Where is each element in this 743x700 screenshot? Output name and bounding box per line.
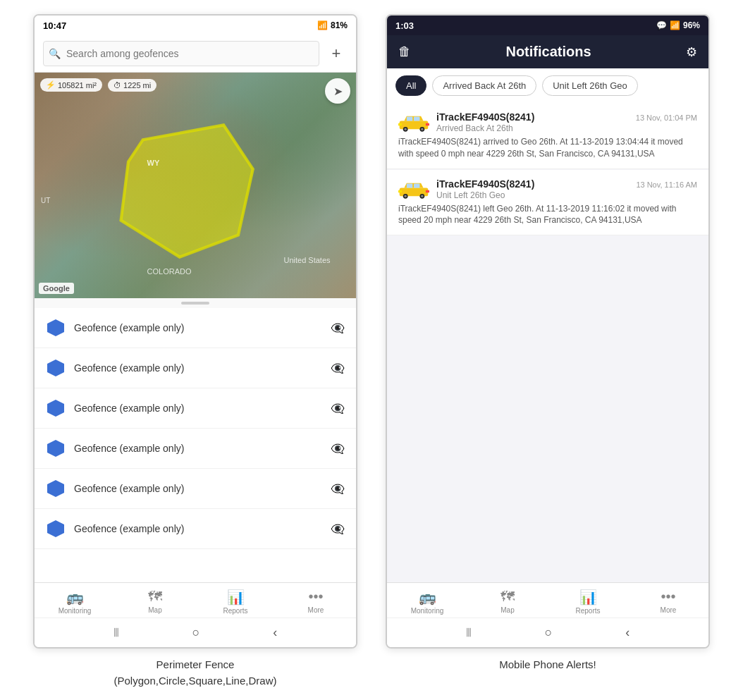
svg-rect-25 — [398, 190, 402, 192]
geofence-item[interactable]: Geofence (example only) 👁‍🗨 — [35, 308, 356, 348]
geofence-shape-icon — [46, 358, 66, 378]
nav-reports[interactable]: 📊 Reports — [195, 589, 276, 615]
svg-point-13 — [404, 128, 406, 130]
svg-marker-0 — [121, 125, 253, 257]
svg-rect-15 — [398, 123, 402, 125]
android-back-btn[interactable]: ‹ — [273, 625, 277, 640]
right-android-home-btn[interactable]: ○ — [545, 625, 553, 640]
svg-point-23 — [404, 195, 406, 197]
geofence-shape-icon — [46, 479, 66, 498]
svg-rect-9 — [407, 117, 412, 121]
visibility-icon[interactable]: 👁‍🗨 — [331, 402, 345, 415]
map-stats: ⚡105821 mi² ⏱1225 mi — [40, 78, 156, 92]
geofence-label: Geofence (example only) — [74, 362, 322, 374]
geofence-item[interactable]: Geofence (example only) 👁‍🗨 — [35, 469, 356, 509]
left-status-bar: 10:47 📶 81% — [35, 16, 356, 35]
right-nav-monitoring[interactable]: 🚌 Monitoring — [387, 589, 467, 615]
search-input[interactable] — [43, 41, 319, 66]
right-status-bar: 1:03 💬 📶 96% — [387, 16, 708, 35]
right-wifi-icon: 📶 — [670, 20, 680, 30]
reports-label: Reports — [223, 607, 247, 615]
right-reports-label: Reports — [575, 607, 600, 615]
filter-tab-1[interactable]: Arrived Back At 26th — [432, 75, 536, 96]
delete-button[interactable]: 🗑 — [398, 44, 411, 59]
svg-rect-20 — [414, 183, 419, 188]
compass-button[interactable]: ➤ — [325, 78, 350, 104]
notification-card-header: iTrackEF4940S(8241) 13 Nov, 01:04 PM Arr… — [398, 111, 697, 133]
map-label-us: United States — [283, 256, 330, 264]
filter-tab-2[interactable]: Unit Left 26th Geo — [542, 75, 638, 96]
geofence-label: Geofence (example only) — [74, 483, 322, 494]
right-time: 1:03 — [395, 20, 414, 31]
right-reports-icon: 📊 — [579, 589, 597, 606]
filter-tab-0[interactable]: All — [395, 75, 426, 96]
right-screen: 1:03 💬 📶 96% 🗑 Notifications ⚙ AllArrive… — [386, 14, 710, 673]
svg-marker-1 — [47, 319, 64, 336]
geofence-item[interactable]: Geofence (example only) 👁‍🗨 — [35, 348, 356, 388]
visibility-icon[interactable]: 👁‍🗨 — [331, 442, 345, 455]
right-monitoring-label: Monitoring — [411, 607, 444, 615]
geofence-item[interactable]: Geofence (example only) 👁‍🗨 — [35, 429, 356, 469]
notification-list: iTrackEF4940S(8241) 13 Nov, 01:04 PM Arr… — [387, 103, 708, 582]
geofence-shape-icon — [46, 519, 66, 539]
android-home-btn[interactable]: ○ — [192, 625, 200, 640]
left-phone-frame: 10:47 📶 81% 🔍 + — [33, 14, 357, 649]
svg-rect-19 — [407, 183, 412, 188]
notification-card[interactable]: iTrackEF4940S(8241) 13 Nov, 01:04 PM Arr… — [387, 103, 708, 169]
google-badge: Google — [39, 283, 74, 294]
visibility-icon[interactable]: 👁‍🗨 — [331, 362, 345, 375]
chat-icon: 💬 — [656, 20, 667, 30]
visibility-icon[interactable]: 👁‍🗨 — [331, 522, 345, 536]
right-bottom-nav: 🚌 Monitoring 🗺 Map 📊 Reports ••• More — [387, 582, 708, 618]
settings-button[interactable]: ⚙ — [686, 44, 697, 60]
left-android-nav: ⫴ ○ ‹ — [35, 618, 356, 647]
notification-device-row: iTrackEF4940S(8241) 13 Nov, 11:16 AM — [436, 178, 697, 190]
geofence-label: Geofence (example only) — [74, 523, 322, 534]
map-icon: 🗺 — [148, 589, 162, 605]
battery-text: 81% — [331, 20, 348, 30]
nav-more[interactable]: ••• More — [276, 589, 356, 615]
right-android-back-btn[interactable]: ‹ — [625, 625, 630, 640]
geofence-label: Geofence (example only) — [74, 322, 322, 333]
notification-event-type: Unit Left 26th Geo — [436, 190, 697, 200]
svg-marker-3 — [47, 400, 64, 417]
svg-point-24 — [421, 195, 423, 197]
visibility-icon[interactable]: 👁‍🗨 — [331, 482, 345, 496]
map-background: ⚡105821 mi² ⏱1225 mi ➤ WY United States … — [35, 73, 356, 298]
geofence-label: Geofence (example only) — [74, 403, 322, 414]
search-wrap: 🔍 — [43, 41, 319, 66]
right-more-icon: ••• — [661, 589, 675, 605]
geofence-shape-icon — [46, 318, 66, 338]
wifi-icon: 📶 — [317, 20, 328, 30]
android-menu-btn[interactable]: ⫴ — [113, 625, 119, 640]
svg-rect-26 — [426, 190, 429, 192]
scroll-pill — [181, 302, 209, 305]
svg-point-14 — [421, 128, 423, 130]
monitoring-icon: 🚌 — [66, 589, 84, 606]
right-battery-text: 96% — [683, 20, 700, 30]
right-map-icon: 🗺 — [501, 589, 515, 605]
filter-tabs: AllArrived Back At 26thUnit Left 26th Ge… — [387, 68, 708, 103]
geofence-item[interactable]: Geofence (example only) 👁‍🗨 — [35, 509, 356, 549]
right-nav-more[interactable]: ••• More — [628, 589, 708, 615]
left-status-right: 📶 81% — [317, 20, 348, 30]
map-label-ut: UT — [41, 197, 50, 204]
notification-timestamp: 13 Nov, 11:16 AM — [636, 180, 697, 189]
more-label: More — [308, 606, 324, 614]
right-nav-map[interactable]: 🗺 Map — [467, 589, 548, 615]
nav-monitoring[interactable]: 🚌 Monitoring — [35, 589, 115, 615]
add-geofence-button[interactable]: + — [325, 42, 348, 65]
notification-card[interactable]: iTrackEF4940S(8241) 13 Nov, 11:16 AM Uni… — [387, 170, 708, 236]
geofence-item[interactable]: Geofence (example only) 👁‍🗨 — [35, 388, 356, 429]
svg-rect-10 — [414, 117, 419, 121]
notification-device-name: iTrackEF4940S(8241) — [436, 178, 534, 190]
scroll-indicator — [35, 298, 356, 308]
right-nav-reports[interactable]: 📊 Reports — [548, 589, 628, 615]
nav-map[interactable]: 🗺 Map — [115, 589, 195, 615]
right-caption: Mobile Phone Alerts! — [499, 657, 596, 673]
left-bottom-nav: 🚌 Monitoring 🗺 Map 📊 Reports ••• More — [35, 582, 356, 618]
geofence-shape-icon — [46, 438, 66, 458]
right-android-menu-btn[interactable]: ⫴ — [466, 625, 472, 640]
visibility-icon[interactable]: 👁‍🗨 — [331, 321, 345, 335]
notification-description: iTrackEF4940S(8241) arrived to Geo 26th.… — [398, 136, 697, 160]
